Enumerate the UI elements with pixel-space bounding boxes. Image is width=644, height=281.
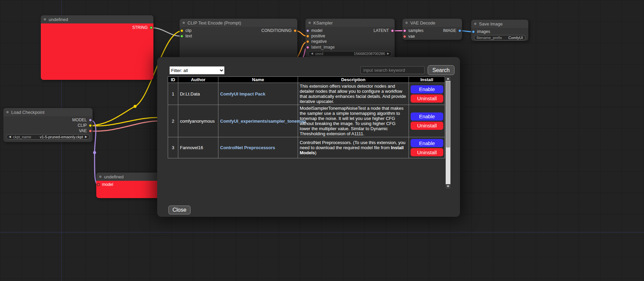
input-slot-samples: samples	[402, 28, 424, 34]
input-dot-clip[interactable]	[180, 29, 183, 32]
table-scrollbar[interactable]	[446, 76, 450, 189]
scroll-up-icon[interactable]	[446, 76, 450, 81]
node-body: samples vae IMAGE	[402, 27, 462, 40]
cell-author: Dr.Lt.Data	[178, 83, 218, 105]
table-row: 2comfyanonymousComfyUI_experiments/sampl…	[168, 105, 445, 137]
output-slot-string: STRING	[132, 25, 153, 31]
collapse-dot-icon[interactable]	[406, 22, 408, 24]
slot-label: images	[477, 29, 490, 34]
search-button[interactable]: Search	[428, 65, 455, 75]
node-load-checkpoint[interactable]: Load Checkpoint MODEL CLIP VAE ◀ ckpt_na…	[3, 108, 93, 142]
input-dot-negative[interactable]	[306, 40, 309, 43]
node-header[interactable]: undefined	[41, 15, 153, 23]
slot-label: STRING	[132, 25, 148, 30]
slot-label: samples	[408, 28, 424, 33]
node-title: CLIP Text Encode (Prompt)	[187, 20, 241, 25]
node-header[interactable]: CLIP Text Encode (Prompt)	[180, 19, 297, 27]
input-dot-samples[interactable]	[403, 29, 406, 32]
input-dot-vae[interactable]	[403, 35, 406, 38]
extension-link[interactable]: ComfyUI_experiments/sampler_tonemap	[220, 119, 306, 124]
input-slot-positive: positive	[306, 33, 325, 39]
custom-nodes-manager-dialog: Filter: all Search ID Author Name Descri…	[157, 57, 460, 217]
ckpt-name-widget[interactable]: ◀ ckpt_name v1-5-pruned-emaonly.ckpt ▶	[6, 134, 90, 140]
node-ksampler[interactable]: KSampler model positive negative latent_…	[306, 19, 395, 59]
extensions-table: ID Author Name Description Install 1Dr.L…	[168, 76, 445, 158]
node-header[interactable]: VAE Decode	[402, 19, 462, 27]
collapse-dot-icon[interactable]	[183, 22, 185, 24]
node-graph-canvas[interactable]: undefined STRING CLIP Text Encode (Promp…	[0, 0, 644, 281]
slot-label: latent_image	[311, 45, 335, 50]
node-body: STRING	[41, 23, 153, 80]
node-title: undefined	[49, 17, 68, 22]
output-slot-conditioning: CONDITIONING	[261, 28, 297, 34]
extension-link[interactable]: ControlNet Preprocessors	[220, 145, 275, 150]
uninstall-button[interactable]: Uninstall	[411, 122, 443, 130]
uninstall-button[interactable]: Uninstall	[411, 148, 443, 156]
output-dot-conditioning[interactable]	[294, 29, 297, 32]
slot-label: model	[311, 28, 323, 33]
seed-widget[interactable]: ◀ seed 156680208700286 ▶	[308, 51, 392, 56]
output-dot-string[interactable]	[150, 26, 153, 29]
wire-string-to-text	[151, 28, 182, 36]
description-text: ControlNet Preprocessors. (To use this e…	[300, 140, 406, 150]
input-dot-model[interactable]	[97, 183, 100, 186]
output-slot-vae: VAE	[79, 128, 93, 134]
enable-button[interactable]: Enable	[411, 85, 443, 93]
header-name: Name	[218, 77, 298, 83]
widget-value: 156680208700286	[354, 51, 385, 56]
slot-label: model	[102, 182, 113, 187]
node-undefined-bottom[interactable]: undefined model	[96, 173, 160, 198]
node-header[interactable]: Load Checkpoint	[3, 108, 93, 116]
scroll-down-icon[interactable]	[446, 184, 450, 189]
input-dot-images[interactable]	[472, 30, 475, 33]
slot-label: LATENT	[374, 28, 389, 33]
slot-label: CLIP	[78, 123, 87, 128]
description-text: This extension offers various detector n…	[300, 84, 406, 104]
filename-prefix-widget[interactable]: filename_prefix ComfyUI	[474, 35, 526, 40]
node-title: Load Checkpoint	[11, 110, 45, 115]
node-header[interactable]: KSampler	[306, 19, 395, 27]
input-dot-model[interactable]	[306, 29, 309, 32]
increment-arrow-icon[interactable]: ▶	[387, 51, 389, 56]
uninstall-button[interactable]: Uninstall	[411, 94, 443, 103]
filter-select[interactable]: Filter: all	[169, 66, 225, 74]
increment-arrow-icon[interactable]: ▶	[85, 135, 87, 139]
extension-link[interactable]: ComfyUI Impact Pack	[220, 91, 265, 96]
output-slot-clip: CLIP	[78, 123, 93, 128]
output-dot-model[interactable]	[89, 119, 92, 122]
enable-button[interactable]: Enable	[411, 112, 443, 121]
enable-button[interactable]: Enable	[411, 139, 443, 147]
collapse-dot-icon[interactable]	[44, 18, 46, 20]
cell-author: comfyanonymous	[178, 105, 218, 137]
close-button[interactable]: Close	[168, 206, 191, 214]
node-header[interactable]: Save Image	[471, 20, 528, 28]
output-dot-image[interactable]	[458, 29, 461, 32]
slot-label: CONDITIONING	[261, 28, 292, 33]
wire-vae	[90, 121, 159, 131]
search-input[interactable]	[360, 66, 425, 74]
output-dot-clip[interactable]	[89, 124, 92, 127]
input-dot-latent-image[interactable]	[306, 46, 309, 49]
slot-label: positive	[311, 34, 325, 38]
node-undefined-top[interactable]: undefined STRING	[41, 15, 153, 80]
node-vae-decode[interactable]: VAE Decode samples vae IMAGE	[402, 19, 462, 40]
collapse-dot-icon[interactable]	[474, 23, 476, 25]
node-save-image[interactable]: Save Image images filename_prefix ComfyU…	[471, 20, 528, 41]
node-header[interactable]: undefined	[96, 173, 160, 181]
scrollbar-thumb[interactable]	[446, 81, 450, 147]
output-dot-latent[interactable]	[391, 29, 394, 32]
input-dot-positive[interactable]	[306, 35, 309, 38]
collapse-dot-icon[interactable]	[309, 22, 311, 24]
slot-label: VAE	[79, 128, 87, 133]
slot-label: clip	[185, 28, 192, 33]
widget-label: seed	[315, 51, 323, 56]
input-dot-text[interactable]	[180, 35, 183, 38]
input-slot-clip: clip	[180, 28, 192, 34]
collapse-dot-icon[interactable]	[99, 176, 101, 178]
output-dot-vae[interactable]	[89, 129, 92, 133]
decrement-arrow-icon[interactable]: ◀	[9, 135, 11, 139]
description-text: )	[315, 150, 316, 155]
collapse-dot-icon[interactable]	[6, 111, 9, 113]
decrement-arrow-icon[interactable]: ◀	[311, 51, 313, 56]
input-slot-model: model	[96, 182, 113, 188]
